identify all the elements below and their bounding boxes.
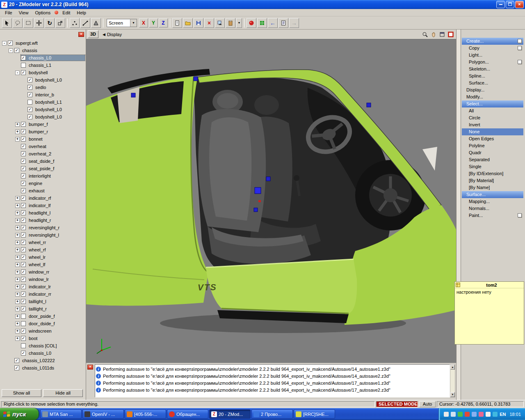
visibility-checkbox[interactable]: ✓ [21, 336, 26, 341]
new-file-icon[interactable] [172, 18, 182, 28]
tree-item[interactable]: ✓sedlo [1, 84, 85, 91]
note-popup[interactable]: tom2 настроения нету [454, 281, 524, 345]
expand-toggle-icon[interactable]: + [15, 218, 20, 223]
visibility-checkbox[interactable]: ✓ [21, 292, 26, 297]
expand-toggle-icon[interactable]: + [15, 211, 20, 215]
expand-toggle-icon[interactable]: + [15, 233, 20, 237]
tree-item[interactable]: chassis_L1 [1, 62, 85, 69]
panel-item-skeleton[interactable]: Skeleton... [462, 66, 523, 73]
scale-tool-icon[interactable] [55, 18, 65, 28]
visibility-checkbox[interactable]: ✓ [27, 85, 32, 90]
visibility-checkbox[interactable]: ✓ [21, 277, 26, 282]
visibility-checkbox[interactable]: ✓ [27, 114, 32, 119]
selection-marker[interactable] [367, 103, 371, 107]
tree-item[interactable]: ✓overheat [1, 143, 85, 150]
tree-item-label[interactable]: door_dside_f [27, 321, 56, 326]
visibility-checkbox[interactable] [27, 100, 32, 105]
visibility-checkbox[interactable]: ✓ [21, 144, 26, 149]
panel-item-mapping[interactable]: Mapping... [462, 198, 523, 205]
tree-item-label[interactable]: interiorlight [27, 173, 52, 179]
tree-item[interactable]: +✓reversinglight_l [1, 231, 85, 239]
tree-item-label[interactable]: supergt.wft [14, 40, 39, 46]
face-mode-icon[interactable] [91, 18, 101, 28]
taskbar-button[interactable]: Обращен... [167, 409, 208, 419]
tree-item[interactable]: +door_dside_f [1, 320, 85, 327]
visibility-checkbox[interactable] [21, 321, 26, 326]
tree-item-label[interactable]: bodyshell_L0 [34, 77, 63, 83]
panel-item-modify[interactable]: Modify... [462, 94, 523, 100]
panel-item-surface[interactable]: Surface... [462, 191, 523, 198]
expand-toggle-icon[interactable]: + [15, 299, 20, 304]
language-indicator[interactable]: EN [500, 412, 506, 417]
export-dropdown-icon[interactable]: ▼ [236, 18, 242, 28]
tree-item-label[interactable]: bumper_f [27, 121, 49, 127]
selection-marker[interactable] [254, 208, 258, 212]
delete-icon[interactable]: × [204, 18, 214, 28]
tree-item[interactable]: ✓exhaust [1, 187, 85, 194]
tree-item[interactable]: +✓bumper_r [1, 128, 85, 135]
save-file-icon[interactable] [194, 18, 203, 28]
option-toggle-box[interactable] [518, 60, 522, 64]
expand-toggle-icon[interactable]: + [15, 329, 20, 333]
tree-item-label[interactable]: seat_pside_f [27, 166, 55, 171]
tree-item-label[interactable]: door_pside_f [27, 313, 56, 319]
selection-marker[interactable] [266, 177, 270, 181]
panel-item-by-id-extension[interactable]: [By ID/Extension] [462, 170, 523, 177]
visibility-checkbox[interactable]: ✓ [21, 218, 26, 223]
tree-item[interactable]: +✓taillight_l [1, 298, 85, 305]
zoom-icon[interactable] [421, 31, 429, 38]
collapse-toggle-icon[interactable]: - [15, 71, 20, 75]
tree-item[interactable]: ✓bodyshell_L0 [1, 113, 85, 121]
auto-button[interactable]: Auto [419, 401, 436, 407]
tree-item-label[interactable]: bodyshell_L0 [34, 114, 63, 120]
panel-item-by-material[interactable]: [By Material] [462, 177, 523, 184]
visibility-checkbox[interactable] [21, 314, 26, 319]
visibility-checkbox[interactable]: ✓ [21, 255, 26, 260]
expand-toggle-icon[interactable]: + [15, 130, 20, 134]
panel-item-none[interactable]: None [462, 128, 523, 135]
expand-toggle-icon[interactable]: + [15, 307, 20, 311]
viewport-canvas[interactable]: VTS [86, 39, 456, 363]
collapse-toggle-icon[interactable]: - [9, 48, 13, 53]
visibility-checkbox[interactable]: ✓ [8, 41, 13, 46]
tree-item[interactable]: +✓headlight_r [1, 217, 85, 224]
download-icon[interactable] [465, 412, 470, 417]
panel-item-quadr[interactable]: Quadr [462, 149, 523, 156]
rect-select-icon[interactable] [23, 18, 33, 28]
hide-all-button[interactable]: Hide all [43, 389, 83, 397]
menu-edit[interactable]: Edit [59, 10, 73, 16]
visibility-checkbox[interactable]: ✓ [21, 240, 26, 245]
tree-item-label[interactable]: windscreen [27, 328, 53, 334]
lasso-select-icon[interactable] [13, 18, 23, 28]
visibility-checkbox[interactable] [21, 343, 26, 348]
visibility-checkbox[interactable]: ✓ [21, 233, 26, 237]
tree-item-label[interactable]: indicator_lf [27, 203, 52, 208]
maximize-viewport-icon[interactable] [438, 31, 446, 38]
tree-item-label[interactable]: indicator_rf [27, 195, 52, 201]
tree-item[interactable]: +✓indicator_rr [1, 290, 85, 298]
taskbar-button[interactable]: [RRC]SHE... [294, 409, 335, 419]
tree-item-label[interactable]: bodyshell_L0 [34, 107, 63, 112]
expand-toggle-icon[interactable]: + [15, 322, 20, 326]
visibility-checkbox[interactable]: ✓ [14, 48, 19, 53]
log-scrollbar[interactable]: ▲ ▼ [450, 364, 455, 397]
panel-item-display[interactable]: Display... [462, 87, 523, 94]
tree-item-label[interactable]: chassis_L011ds [21, 365, 55, 371]
panel-item-light[interactable]: Light... [462, 52, 523, 59]
tree-item-label[interactable]: window_rr [27, 269, 50, 275]
visibility-checkbox[interactable]: ✓ [14, 365, 19, 370]
open-file-icon[interactable] [183, 18, 193, 28]
visibility-checkbox[interactable]: ✓ [27, 107, 32, 112]
tree-item[interactable]: ✓bodyshell_L0 [1, 76, 85, 84]
tree-item-label[interactable]: chassis_L0 [27, 350, 52, 356]
tree-item-label[interactable]: wheel_lf [27, 262, 46, 267]
minimize-button[interactable] [496, 1, 505, 8]
expand-toggle-icon[interactable]: + [15, 292, 20, 297]
panel-item-single[interactable]: Single [462, 163, 523, 170]
tree-item[interactable]: -✓bodyshell [1, 69, 85, 76]
edge-mode-icon[interactable] [80, 18, 90, 28]
tree-item-label[interactable]: chassis_L1 [27, 62, 52, 68]
vertex-mode-icon[interactable] [70, 18, 80, 28]
panel-item-polyline[interactable]: Polyline [462, 142, 523, 149]
tree-item-label[interactable]: reversinglight_l [27, 232, 60, 238]
